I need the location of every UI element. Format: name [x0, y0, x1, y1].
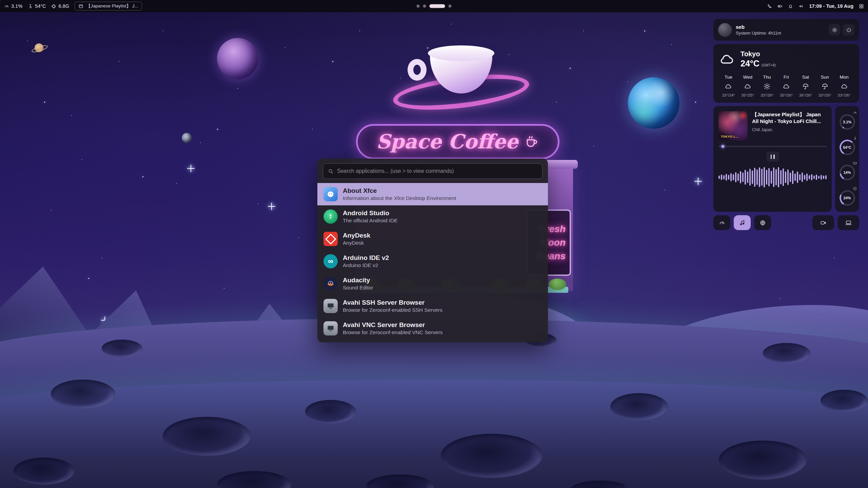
quick-buttons-left	[713, 215, 771, 230]
gauge-value: 24%	[840, 190, 855, 206]
launcher-app-row[interactable]: Android Studio The official Android IDE	[317, 205, 548, 228]
weather-forecast: Tue 33°/24° Wed 35°/25° Thu 33°/26° Fri …	[719, 75, 854, 97]
forecast-day: Mon 33°/26°	[834, 75, 854, 97]
app-grid-icon[interactable]	[859, 4, 864, 9]
user-actions	[829, 24, 854, 36]
application-launcher: About Xfce Information about the Xfce De…	[317, 159, 548, 342]
memory-value: 6.8G	[58, 3, 69, 9]
clock[interactable]: 17:09 - Tue, 19 Aug	[809, 3, 853, 9]
crater	[305, 400, 356, 424]
cpu-usage-stat: 3.1%	[4, 3, 22, 9]
forecast-temps: 33°/26°	[838, 93, 851, 97]
app-description: Browse for Zeroconf-enabled VNC Servers	[343, 329, 443, 336]
album-art[interactable]: TOKYO L...	[718, 111, 748, 140]
crater	[14, 458, 75, 485]
weather-temperature: 24°C	[741, 59, 760, 68]
globe-button[interactable]	[754, 215, 771, 230]
forecast-day-label: Wed	[743, 75, 753, 80]
neon-sign-text: Space Coffee	[376, 130, 518, 153]
server-monitor-icon	[323, 299, 338, 313]
app-description: Information about the Xfce Desktop Envir…	[343, 195, 456, 202]
globe-icon	[760, 220, 766, 226]
phone-icon[interactable]	[767, 4, 772, 9]
temperature-gauge: 54°C	[837, 136, 858, 157]
pause-icon	[771, 155, 772, 159]
avatar[interactable]	[718, 23, 732, 37]
app-description: The official Android IDE	[343, 217, 398, 224]
forecast-day: Wed 35°/25°	[738, 75, 757, 97]
now-playing-chip[interactable]: 【Japanese Playlist】 J...	[75, 2, 142, 11]
power-button[interactable]	[843, 24, 854, 36]
umbrella-icon	[821, 83, 829, 90]
forecast-temps: 33°/24°	[722, 93, 735, 97]
workspace-dot[interactable]	[449, 5, 452, 8]
search-icon	[328, 168, 334, 174]
cup-handle	[408, 59, 427, 81]
screen-record-button[interactable]	[812, 215, 834, 230]
chip-icon	[51, 4, 56, 9]
crater	[821, 390, 868, 412]
video-camera-icon	[820, 220, 827, 226]
launcher-app-row[interactable]: Avahi VNC Server Browser Browse for Zero…	[317, 317, 548, 340]
keyboard-button[interactable]	[837, 215, 859, 230]
cloud-icon	[719, 51, 735, 67]
workspace-dot[interactable]	[417, 5, 420, 8]
album-art-text: TOKYO L...	[721, 135, 738, 138]
thermometer-icon	[28, 4, 33, 9]
earth-planet	[628, 77, 679, 129]
crater	[719, 441, 807, 480]
star-sparkle	[694, 178, 702, 185]
playback-progress-bar[interactable]	[718, 146, 827, 147]
launcher-app-list: About Xfce Information about the Xfce De…	[317, 183, 548, 340]
music-panel-button[interactable]	[734, 215, 751, 230]
bell-icon[interactable]	[788, 4, 793, 9]
app-description: AnyDesk	[343, 240, 370, 246]
cloud-icon	[841, 83, 848, 90]
search-input[interactable]	[337, 168, 537, 174]
launcher-app-row[interactable]: About Xfce Information about the Xfce De…	[317, 183, 548, 205]
android-studio-icon	[323, 209, 338, 224]
workspace-dot[interactable]	[423, 5, 426, 8]
disk-gauge: 24%	[837, 186, 858, 208]
launcher-app-row[interactable]: Avahi SSH Server Browser Browse for Zero…	[317, 295, 548, 317]
forecast-day: Thu 33°/26°	[757, 75, 777, 97]
crater	[441, 434, 542, 478]
coffee-cup-icon	[524, 134, 539, 149]
speedometer-icon	[719, 220, 725, 226]
app-description: Browse for Zeroconf-enabled SSH Servers	[343, 307, 442, 313]
workspace-switcher	[417, 4, 452, 8]
launcher-app-row[interactable]: ∞ Arduino IDE v2 Arduino IDE v2	[317, 250, 548, 272]
quick-buttons-right	[812, 215, 859, 230]
settings-button[interactable]	[829, 24, 840, 36]
crater	[51, 380, 115, 408]
dashboard-button[interactable]	[713, 215, 730, 230]
forecast-temps: 33°/26°	[761, 93, 773, 97]
neon-sign: Space Coffee	[356, 124, 559, 159]
widget-sidebar: seb System Uptime: 4h11m Tokyo 24°C (GMT…	[713, 19, 859, 230]
bush	[549, 279, 566, 290]
forecast-day-label: Mon	[840, 75, 848, 80]
forecast-day-label: Fri	[784, 75, 789, 80]
temperature-value: 54°C	[35, 3, 46, 9]
weather-header: Tokyo 24°C (GMT+9)	[719, 50, 854, 68]
volume-icon[interactable]	[798, 4, 804, 9]
user-card: seb System Uptime: 4h11m	[713, 19, 859, 41]
small-moon	[182, 133, 192, 143]
progress-handle[interactable]	[721, 145, 724, 148]
battery-icon[interactable]	[777, 4, 783, 9]
workspace-active-pill[interactable]	[430, 4, 445, 8]
memory-gauge: 14%	[837, 161, 858, 182]
forecast-temps: 36°/26°	[799, 93, 812, 97]
launcher-app-row[interactable]: AnyDesk AnyDesk	[317, 228, 548, 250]
gauge-value: 54°C	[840, 140, 855, 155]
purple-planet	[217, 38, 258, 79]
gauge-value: 3.1%	[840, 114, 855, 130]
star-sparkle	[268, 203, 275, 210]
temperature-stat: 54°C	[28, 3, 46, 9]
app-description: Sound Editor	[343, 284, 373, 291]
music-note-icon	[739, 220, 746, 226]
launcher-app-row[interactable]: Audacity Sound Editor	[317, 272, 548, 295]
forecast-day-label: Sat	[802, 75, 809, 80]
pause-button[interactable]	[766, 151, 779, 162]
crater	[102, 340, 142, 357]
